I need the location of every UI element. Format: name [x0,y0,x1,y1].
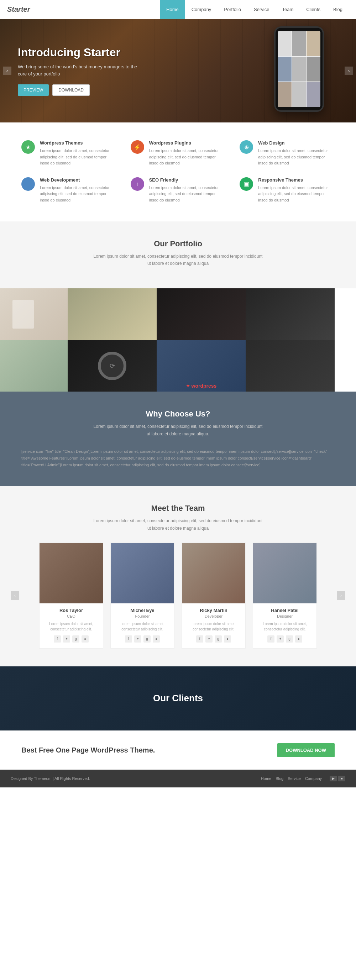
team-photo-ros [40,543,103,603]
feature-desc-3: Lorem ipsum dolor sit amet, consectetur … [258,148,335,167]
social-facebook-3[interactable]: f [196,635,203,643]
hero-prev-arrow[interactable]: ‹ [3,67,11,75]
phone-cell [278,82,292,107]
team-photo-hansel [253,543,316,603]
hero-content: Introducing Starter We bring some of the… [0,32,160,110]
portfolio-cell-6[interactable]: ⟳ [68,340,157,391]
portfolio-cell-1[interactable] [0,288,68,340]
hero-description: We bring some of the world's best money … [18,64,142,77]
feature-text-4: Web Development Lorem ipsum dolor sit am… [40,177,116,204]
portfolio-cell-4[interactable] [246,288,335,340]
hero-next-arrow[interactable]: › [345,67,353,75]
social-pin-1[interactable]: ● [81,635,89,643]
social-facebook-1[interactable]: f [54,635,61,643]
team-section: Meet the Team Lorem ipsum dolor sit amet… [0,486,356,667]
nav-service[interactable]: Service [248,0,275,19]
social-facebook-4[interactable]: f [267,635,275,643]
portfolio-cell-8[interactable] [246,340,335,391]
team-name-2: Michel Eye [111,608,174,613]
social-google-4[interactable]: g [286,635,293,643]
footer-icon-2[interactable]: ■ [338,776,345,781]
feature-item-1: ★ Wordpress Themes Lorem ipsum dolor sit… [21,140,116,167]
feature-icon-6: ▣ [240,177,253,191]
features-grid: ★ Wordpress Themes Lorem ipsum dolor sit… [21,140,335,204]
footer-link-home[interactable]: Home [261,776,271,781]
social-pin-2[interactable]: ● [153,635,160,643]
team-role-3: Developer [182,614,245,618]
team-next-arrow[interactable]: › [337,591,345,600]
feature-item-2: ⚡ Wordpress Plugins Lorem ipsum dolor si… [131,140,226,167]
feature-item-6: ▣ Responsive Themes Lorem ipsum dolor si… [240,177,335,204]
nav-team[interactable]: Team [275,0,300,19]
social-google-3[interactable]: g [215,635,222,643]
phone-cell [278,57,292,81]
nav-clients[interactable]: Clients [300,0,327,19]
why-us-title: Why Choose Us? [21,409,335,418]
footer-icon-1[interactable]: ▶ [330,776,337,781]
social-pin-4[interactable]: ● [295,635,302,643]
team-subtitle: Lorem ipsum dolor sit amet, consectetur … [92,517,264,532]
phone-cell [292,82,306,107]
portfolio-title: Our Portfolio [21,239,335,248]
clients-title: Our Clients [153,693,203,704]
team-photo-ricky [182,543,245,603]
feature-desc-2: Lorem ipsum dolor sit amet, consectetur … [149,148,226,167]
nav-blog[interactable]: Blog [327,0,349,19]
feature-title-2: Wordpress Plugins [149,140,226,146]
portfolio-cell-2[interactable] [68,288,157,340]
footer-icons: ▶ ■ [330,776,345,781]
portfolio-section: Our Portfolio Lorem ipsum dolor sit amet… [0,221,356,289]
social-twitter-4[interactable]: ✦ [277,635,284,643]
feature-icon-2: ⚡ [131,140,144,154]
team-role-4: Designer [253,614,316,618]
phone-frame [274,26,324,112]
team-title: Meet the Team [21,504,335,513]
feature-text-1: Wordpress Themes Lorem ipsum dolor sit a… [40,140,116,167]
portfolio-cell-5[interactable] [0,340,68,391]
team-prev-arrow[interactable]: ‹ [11,591,19,600]
portfolio-cell-7[interactable]: ✦ wordpress [157,340,246,391]
footer-link-blog[interactable]: Blog [275,776,283,781]
feature-text-5: SEO Friendly Lorem ipsum dolor sit amet,… [149,177,226,204]
team-photo-michel [111,543,174,603]
team-card-2: Michel Eye Founder Lorem ipsum dolor sit… [110,542,175,649]
feature-desc-6: Lorem ipsum dolor sit amet, consectetur … [258,185,335,204]
features-section: ★ Wordpress Themes Lorem ipsum dolor sit… [0,123,356,221]
footer-link-company[interactable]: Company [305,776,322,781]
feature-title-1: Wordpress Themes [40,140,116,146]
team-role-1: CEO [40,614,103,618]
feature-icon-5: ↑ [131,177,144,191]
nav-home[interactable]: Home [160,0,185,19]
team-desc-3: Lorem ipsum dolor sit amet, consectetur … [182,621,245,632]
team-social-2: f ✦ g ● [111,635,174,643]
cta-download-button[interactable]: DOWNLOAD NOW [277,743,335,757]
feature-desc-4: Lorem ipsum dolor sit amet, consectetur … [40,185,116,204]
download-button[interactable]: DOWNLOAD [52,84,90,96]
why-us-subtitle: Lorem ipsum dolor sit amet, consectetur … [92,423,264,438]
portfolio-cell-3[interactable] [157,288,246,340]
social-google-1[interactable]: g [72,635,79,643]
team-social-1: f ✦ g ● [40,635,103,643]
main-nav: Home Company Portfolio Service Team Clie… [160,0,349,19]
nav-portfolio[interactable]: Portfolio [218,0,248,19]
social-facebook-2[interactable]: f [125,635,132,643]
team-name-4: Hansel Patel [253,608,316,613]
footer-link-service[interactable]: Service [288,776,301,781]
footer: Designed By Themeum | All Rights Reserve… [0,770,356,788]
social-twitter-3[interactable]: ✦ [205,635,213,643]
team-social-4: f ✦ g ● [253,635,316,643]
social-twitter-1[interactable]: ✦ [63,635,70,643]
footer-credit: Designed By Themeum | All Rights Reserve… [11,776,90,781]
phone-cell [292,31,306,56]
hero-buttons: PREVIEW DOWNLOAD [18,84,142,96]
phone-cell [292,57,306,81]
social-google-2[interactable]: g [143,635,151,643]
portfolio-subtitle: Lorem ipsum dolor sit amet, consectetur … [92,253,264,267]
team-desc-1: Lorem ipsum dolor sit amet, consectetur … [40,621,103,632]
nav-company[interactable]: Company [185,0,218,19]
feature-text-2: Wordpress Plugins Lorem ipsum dolor sit … [149,140,226,167]
feature-title-5: SEO Friendly [149,177,226,183]
social-twitter-2[interactable]: ✦ [134,635,141,643]
social-pin-3[interactable]: ● [224,635,231,643]
preview-button[interactable]: PREVIEW [18,84,49,96]
